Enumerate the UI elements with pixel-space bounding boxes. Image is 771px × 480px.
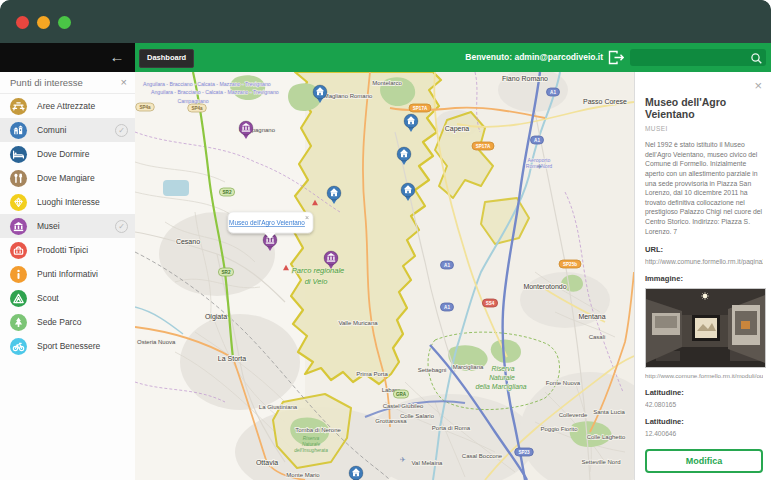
bicycle-icon [10,338,27,355]
sidebar-item-label: Punti Informativi [37,269,98,279]
panel-close-icon[interactable]: × [754,80,762,92]
map-label: Fonte Nuova [546,380,581,386]
airport-icon: ✈ [537,163,543,170]
sidebar-item-dove-mangiare[interactable]: Dove Mangiare [0,166,135,190]
sidebar-item-label: Comuni [37,125,66,135]
dashboard-button[interactable]: Dashboard [139,49,194,68]
map-label: Riserva [491,365,514,372]
map-label: Colleverde [559,412,588,418]
map-label: Marcigliana [453,364,484,370]
map-label: Cesano [176,238,200,245]
url-label: URL: [645,245,763,254]
map-label: Monte Mario [286,472,320,478]
sidebar-item-punti-informativi[interactable]: Punti Informativi [0,262,135,286]
diamond-icon [10,194,27,211]
sidebar-item-aree-attrezzate[interactable]: Aree Attrezzate [0,94,135,118]
sidebar-item-label: Prodotti Tipici [37,245,88,255]
svg-text:SR2: SR2 [222,270,231,275]
close-window-button[interactable] [16,16,29,29]
sidebar-item-prodotti-tipici[interactable]: Prodotti Tipici [0,238,135,262]
logout-icon[interactable] [608,50,625,65]
info-icon [10,266,27,283]
map-label: Osteria Nuova [137,339,176,345]
svg-text:SR2: SR2 [223,190,232,195]
tent-icon [10,290,27,307]
search-icon[interactable] [750,51,763,64]
back-arrow-icon[interactable]: ← [105,47,129,67]
map-marker-comuni[interactable] [349,466,363,480]
search-box[interactable] [630,49,766,66]
latitude-value: 42.080165 [645,401,763,408]
map-label: Riserva [303,436,320,441]
sidebar-item-sport-benessere[interactable]: Sport Benessere [0,334,135,358]
map-label: Fiano Romano [502,75,548,82]
latitude2-value: 12.400646 [645,430,763,437]
sidebar-item-label: Musei [37,221,60,231]
sidebar-close-icon[interactable]: × [121,72,127,93]
zoom-window-button[interactable] [58,16,71,29]
svg-text:SP23: SP23 [518,450,530,455]
map-label: della Marcigliana [475,383,526,391]
map-label: Magliano Romano [324,93,373,99]
popup-close-icon[interactable]: × [305,214,309,221]
map-label: Capena [445,125,470,133]
town-icon [10,122,27,139]
map-label: Colle Laghetto [587,434,626,440]
modifica-button[interactable]: Modifica [645,449,763,473]
sidebar-item-scout[interactable]: Scout [0,286,135,310]
map-label: Setteville Nord [581,459,620,465]
map-label: di Veio [305,277,328,286]
sidebar-item-luoghi-interesse[interactable]: Luoghi Interesse [0,190,135,214]
map-label: Casal Boccone [462,453,503,459]
search-input[interactable] [634,50,748,66]
svg-text:SP17A: SP17A [476,144,491,149]
map-label: Tomba di Nerone [295,427,341,433]
map-label: La Storta [218,355,247,362]
app-window: ← Dashboard Benvenuto: admin@parcodiveio… [0,0,771,480]
sidebar-title: Punti di interesse [10,77,83,88]
map-label: Settebagni [418,367,447,373]
app-header: ← Dashboard Benvenuto: admin@parcodiveio… [0,43,771,72]
sidebar-item-comuni[interactable]: Comuni✓ [0,118,135,142]
sidebar-item-label: Aree Attrezzate [37,101,95,111]
image-label: Immagine: [645,274,763,283]
sidebar-item-sede-parco[interactable]: Sede Parco [0,310,135,334]
popup-link[interactable]: Museo dell'Agro Veientano [229,219,305,227]
map-label: Monterotondo [523,283,566,290]
map-label: Ottavia [256,459,278,466]
map-label: Casali [589,334,606,340]
image-caption: http://www.comune.formello.rm.it/moduli/… [645,372,763,379]
map-label: La Giustiniana [259,404,298,410]
svg-text:A1: A1 [534,138,540,143]
map-canvas[interactable]: Anguilara - Bracciano - Calcata - Mazzan… [135,72,634,480]
poi-category: MUSEI [645,125,763,132]
sidebar-item-musei[interactable]: Musei✓ [0,214,135,238]
poi-description: Nel 1992 è stato istituito il Museo dell… [645,140,763,236]
latitude2-label: Latitudine: [645,417,763,426]
map-label: Campagnano [177,98,208,104]
sidebar-item-label: Scout [37,293,59,303]
svg-text:A1: A1 [444,305,450,310]
sidebar-item-dove-dormire[interactable]: Dove Dormire [0,142,135,166]
map-label: Poggio Fiorito [540,426,578,432]
map-label: Anguilara - Bracciano - Calcata - Mazzan… [151,89,279,95]
svg-text:A1: A1 [550,90,556,95]
map-label: dell'Insugherata [294,448,328,453]
picnic-table-icon [10,98,27,115]
sidebar-item-label: Luoghi Interesse [37,197,100,207]
svg-text:SP4a: SP4a [191,106,203,111]
bed-icon [10,146,27,163]
minimize-window-button[interactable] [37,16,50,29]
map-label: Naturale [302,442,320,447]
sidebar-item-label: Sede Parco [37,317,81,327]
sidebar-item-label: Sport Benessere [37,341,100,351]
svg-text:A1: A1 [444,263,450,268]
poi-title: Museo dell'Agro Veientano [645,96,763,120]
sidebar-header: Punti di interesse × [0,72,135,94]
check-icon: ✓ [115,220,128,233]
window-titlebar [0,0,771,43]
url-value: http://www.comune.formello.rm.it/pagina2… [645,258,763,265]
map-label: Parco regionale [292,266,345,275]
welcome-text: Benvenuto: admin@parcodiveio.it [465,43,603,72]
sidebar-item-label: Dove Dormire [37,149,89,159]
